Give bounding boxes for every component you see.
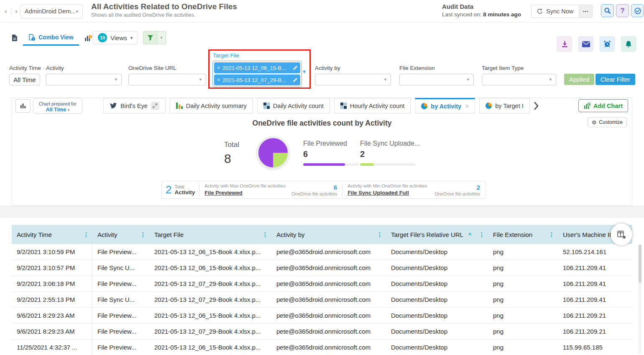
audit-data-status: Audit Data Last synced on: 8 minutes ago	[442, 3, 521, 18]
table-cell: 2021-05-13 12_06_15-Book 4.xlsx.p...	[149, 308, 271, 323]
column-menu-icon[interactable]: ⋮	[140, 231, 146, 238]
tab-by-activity[interactable]: by Activity ×	[415, 98, 475, 113]
views-label: Views	[110, 34, 127, 41]
tab-daily-activity-summary[interactable]: Daily Activity summary	[170, 98, 253, 113]
target-item-type-select[interactable]: ▼	[482, 74, 556, 85]
table-row[interactable]: 9/2/2021 3:10:59 PMFile Preview...2021-0…	[12, 244, 632, 260]
table-cell: pete@o365droid.onmicrosoft.com	[271, 292, 386, 307]
tab-report-view[interactable]	[6, 30, 23, 46]
table-scrollbar[interactable]	[639, 244, 641, 353]
pie-chart[interactable]	[257, 136, 289, 169]
table-cell: png	[488, 340, 558, 355]
filter-options-button[interactable]: ▾	[157, 31, 166, 44]
column-header-activity-time[interactable]: Activity Time⋮	[12, 225, 92, 244]
filter-button[interactable]	[143, 31, 157, 44]
filter-onedrive-site-url: OneDrive Site URL ▼	[128, 65, 206, 85]
target-file-select[interactable]: × 2021-05-13 12_06_15-B... × 2021-05-13 …	[212, 61, 302, 87]
tabs-scroll-right-button[interactable]	[533, 98, 539, 113]
alarm-clock-icon	[603, 40, 611, 48]
add-chart-icon	[584, 103, 590, 109]
table-cell: png	[488, 324, 558, 339]
column-header-activity[interactable]: Activity⋮	[92, 225, 149, 244]
expand-icon[interactable]	[151, 102, 159, 110]
table-cell: 2021-05-13 12_06_15-Book 4.xlsx.p...	[149, 340, 271, 355]
table-cell: 106.211.209.41	[558, 260, 632, 275]
sort-asc-icon[interactable]: ^	[468, 232, 472, 238]
chart-prepared-for-button[interactable]: Chart prepared for All Time ▾	[33, 98, 82, 114]
tab-hourly-activity-count[interactable]: Hourly Activity count	[334, 98, 411, 113]
tenant-selector[interactable]: AdminDroid Dem... ▾	[20, 4, 83, 18]
back-button[interactable]: ‹	[2, 6, 10, 17]
chip-label: 2021-05-13 12_07_29-B...	[222, 77, 286, 83]
column-menu-icon[interactable]: ⋮	[83, 231, 89, 238]
table-row[interactable]: 9/2/2021 3:06:18 PMFile Preview...2021-0…	[12, 276, 632, 292]
chart-panel: Chart prepared for All Time ▾ Bird's Eye…	[12, 98, 632, 206]
table-cell: Documents/Desktop	[386, 308, 488, 323]
sync-more-button[interactable]: •••	[579, 5, 593, 18]
tab-daily-activity-count[interactable]: Daily Activity count	[257, 98, 330, 113]
close-icon[interactable]: ×	[217, 65, 220, 71]
email-button[interactable]	[578, 36, 593, 51]
divider	[11, 8, 11, 15]
column-settings-button[interactable]	[611, 224, 632, 245]
activity-select[interactable]: ▼	[46, 74, 122, 85]
stat-link[interactable]: File Sync Uploaded Full	[348, 190, 409, 196]
onedrive-site-url-select[interactable]: ▼	[128, 74, 206, 85]
forward-button[interactable]: ›	[12, 6, 20, 17]
table-cell: pete@o365droid.onmicrosoft.com	[271, 340, 386, 355]
schedule-alert-button[interactable]	[600, 36, 615, 51]
column-menu-icon[interactable]: ⋮	[262, 231, 268, 238]
count-grid-icon	[340, 103, 347, 109]
legend-bar	[360, 163, 416, 166]
notifications-button[interactable]	[621, 36, 636, 51]
scheduled-tasks-button[interactable]	[631, 4, 644, 17]
chart-title: OneDrive file activities count by Activi…	[12, 119, 632, 128]
column-menu-icon[interactable]: ⋮	[479, 231, 485, 238]
edit-icon[interactable]	[293, 66, 297, 70]
filter-label: File Extension	[399, 65, 474, 71]
sync-now-button[interactable]: Sync Now	[531, 5, 579, 18]
filter-split-button: ▾	[143, 31, 166, 44]
activity-time-button[interactable]: All Time	[9, 74, 40, 85]
table-cell: 9/6/2021 8:29:23 AM	[12, 308, 92, 323]
applied-button[interactable]: Applied	[564, 74, 594, 85]
clear-filter-button[interactable]: Clear Filter	[595, 74, 635, 85]
table-row[interactable]: 9/6/2021 8:29:23 AMFile Preview...2021-0…	[12, 308, 632, 324]
close-icon[interactable]: ×	[217, 77, 220, 83]
add-chart-button[interactable]: Add Chart	[578, 99, 628, 112]
table-cell: File Sync U...	[92, 260, 149, 275]
search-button[interactable]	[601, 4, 614, 17]
table-cell: pete@o365droid.onmicrosoft.com	[271, 244, 386, 260]
help-button[interactable]: ?	[616, 4, 629, 17]
tab-birds-eye[interactable]: Bird's Eye	[103, 98, 166, 113]
table-row[interactable]: 9/2/2021 2:55:13 PMFile Sync U...2021-05…	[12, 292, 632, 308]
column-header-target-file[interactable]: Target File⋮	[149, 225, 271, 244]
download-button[interactable]	[557, 36, 572, 51]
table-row[interactable]: 11/25/2021 4:32:37 ...File Preview...202…	[12, 340, 632, 355]
file-extension-select[interactable]: ▼	[399, 74, 474, 85]
column-header-relative-url[interactable]: Target File's Relative URL^⋮	[386, 225, 488, 244]
tab-combo-view[interactable]: Combo View	[23, 30, 79, 46]
column-header-activity-by[interactable]: Activity by⋮	[271, 225, 386, 244]
stat-link[interactable]: File Previewed	[204, 190, 242, 196]
target-file-chip[interactable]: × 2021-05-13 12_07_29-B...	[214, 75, 300, 85]
target-file-chip[interactable]: × 2021-05-13 12_06_15-B...	[214, 62, 300, 73]
table-cell: Documents/Desktop	[386, 244, 488, 260]
stat-value: 2	[434, 184, 480, 191]
activity-by-select[interactable]: ▼	[315, 74, 391, 85]
table-row[interactable]: 9/6/2021 8:29:23 AMFile Preview...2021-0…	[12, 324, 632, 340]
column-menu-icon[interactable]: ⋮	[549, 231, 555, 238]
sync-now-label: Sync Now	[546, 8, 573, 15]
column-menu-icon[interactable]: ⋮	[377, 231, 383, 238]
views-dropdown[interactable]: 19 Views ▾	[93, 31, 138, 44]
caret-down-icon[interactable]: ▼	[302, 69, 307, 74]
table-cell: Documents/Desktop	[386, 324, 488, 339]
edit-icon[interactable]	[293, 78, 297, 82]
scrollbar-thumb[interactable]	[639, 244, 641, 283]
chevron-down-icon: ▾	[76, 9, 78, 14]
table-row[interactable]: 9/2/2021 3:10:57 PMFile Sync U...2021-05…	[12, 260, 632, 276]
chart-type-button[interactable]	[15, 99, 31, 113]
column-header-file-extension[interactable]: File Extension⋮	[488, 225, 558, 244]
tab-by-target[interactable]: by Target I	[479, 98, 529, 113]
close-icon[interactable]: ×	[465, 103, 469, 110]
